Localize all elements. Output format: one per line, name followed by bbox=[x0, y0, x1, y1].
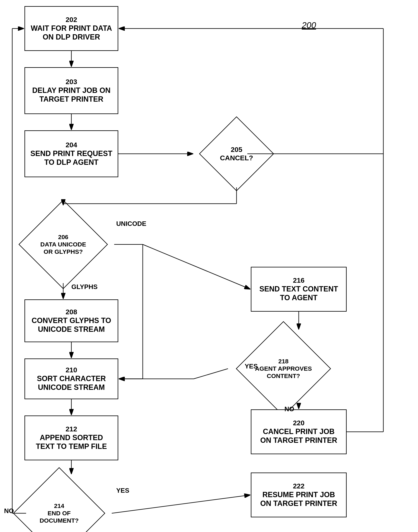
node-id-203: 203 bbox=[66, 78, 77, 86]
node-label-212: APPEND SORTEDTEXT TO TEMP FILE bbox=[36, 433, 107, 451]
node-label-210: SORT CHARACTERUNICODE STREAM bbox=[37, 374, 106, 392]
diamond-214: 214 END OFDOCUMENT? bbox=[6, 475, 112, 532]
box-203: 203 DELAY PRINT JOB ONTARGET PRINTER bbox=[24, 67, 118, 114]
node-id-216: 216 bbox=[293, 276, 305, 285]
label-glyphs: GLYPHS bbox=[71, 283, 98, 291]
label-yes-214: YES bbox=[116, 487, 129, 494]
svg-line-21 bbox=[143, 244, 250, 289]
node-id-218: 218 bbox=[255, 358, 312, 365]
svg-line-20 bbox=[112, 495, 250, 513]
label-unicode: UNICODE bbox=[116, 220, 146, 228]
diamond-206: 206 DATA UNICODEOR GLYPHS? bbox=[12, 206, 114, 283]
node-id-214: 214 bbox=[40, 502, 79, 510]
node-id-222: 222 bbox=[293, 482, 305, 490]
box-202: 202 WAIT FOR PRINT DATAON DLP DRIVER bbox=[24, 6, 118, 51]
node-id-202: 202 bbox=[66, 15, 77, 24]
box-204: 204 SEND PRINT REQUESTTO DLP AGENT bbox=[24, 130, 118, 177]
node-label-204: SEND PRINT REQUESTTO DLP AGENT bbox=[30, 149, 112, 166]
ref-label-200: 200 bbox=[302, 20, 316, 30]
node-label-216: SEND TEXT CONTENTTO AGENT bbox=[259, 285, 338, 302]
node-label-214: END OFDOCUMENT? bbox=[40, 510, 79, 524]
box-220: 220 CANCEL PRINT JOBON TARGET PRINTER bbox=[251, 409, 347, 454]
node-id-206: 206 bbox=[40, 233, 86, 241]
node-id-208: 208 bbox=[66, 308, 77, 316]
node-label-203: DELAY PRINT JOB ONTARGET PRINTER bbox=[32, 86, 111, 103]
box-208: 208 CONVERT GLYPHS TOUNICODE STREAM bbox=[24, 299, 118, 342]
svg-line-23 bbox=[194, 369, 228, 379]
node-label-206: DATA UNICODEOR GLYPHS? bbox=[40, 241, 86, 255]
box-222: 222 RESUME PRINT JOBON TARGET PRINTER bbox=[251, 473, 347, 517]
node-id-204: 204 bbox=[66, 141, 77, 149]
node-label-218: AGENT APPROVESCONTENT? bbox=[255, 365, 312, 380]
node-id-212: 212 bbox=[66, 425, 77, 433]
node-label-222: RESUME PRINT JOBON TARGET PRINTER bbox=[260, 490, 337, 508]
flowchart-diagram: 200 202 WAIT FOR PRINT DATAON DLP DRIVER… bbox=[0, 0, 418, 532]
label-no-218: NO bbox=[284, 405, 294, 413]
diamond-205: 205 CANCEL? bbox=[194, 120, 279, 187]
box-216: 216 SEND TEXT CONTENTTO AGENT bbox=[251, 267, 347, 312]
box-210: 210 SORT CHARACTERUNICODE STREAM bbox=[24, 358, 118, 399]
node-label-208: CONVERT GLYPHS TOUNICODE STREAM bbox=[32, 316, 111, 334]
node-id-210: 210 bbox=[66, 366, 77, 374]
node-id-220: 220 bbox=[293, 419, 305, 427]
node-label-220: CANCEL PRINT JOBON TARGET PRINTER bbox=[260, 427, 337, 445]
node-label-205: CANCEL? bbox=[220, 154, 253, 162]
box-212: 212 APPEND SORTEDTEXT TO TEMP FILE bbox=[24, 415, 118, 460]
label-no-214: NO bbox=[4, 507, 14, 515]
node-label-202: WAIT FOR PRINT DATAON DLP DRIVER bbox=[31, 24, 112, 41]
node-id-205: 205 bbox=[220, 145, 253, 154]
